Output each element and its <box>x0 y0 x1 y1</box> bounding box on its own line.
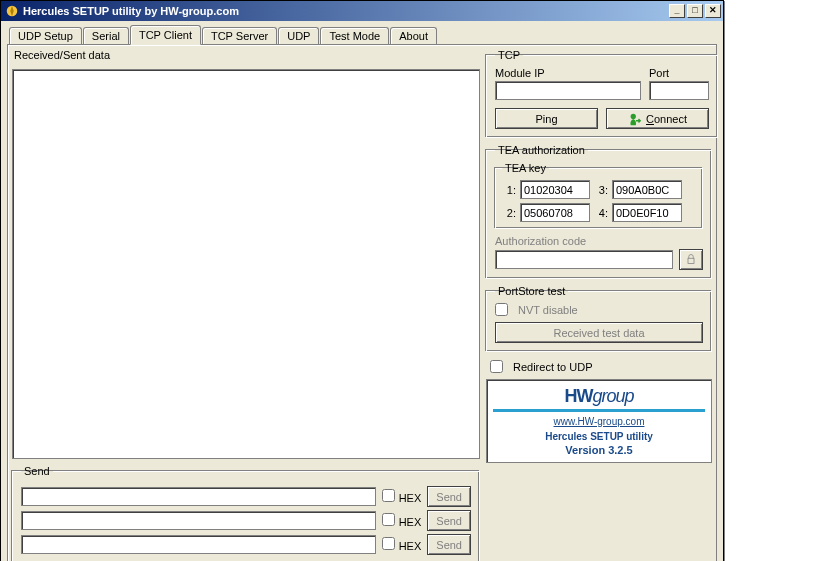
window-title: Hercules SETUP utility by HW-group.com <box>23 5 667 17</box>
logo-version: Version 3.2.5 <box>493 444 705 456</box>
tcp-legend: TCP <box>495 49 523 61</box>
logo-subtitle: Hercules SETUP utility <box>493 431 705 442</box>
tab-tcp-server[interactable]: TCP Server <box>202 27 277 44</box>
tea-key-legend: TEA key <box>502 162 549 174</box>
send-hex-1[interactable] <box>382 489 395 502</box>
send-input-1[interactable] <box>21 487 376 506</box>
send-input-3[interactable] <box>21 535 376 554</box>
ping-button[interactable]: Ping <box>495 108 598 129</box>
tea-k3-input[interactable] <box>612 180 682 199</box>
tcp-group: TCP Module IP Port Pi <box>486 49 718 138</box>
tab-serial[interactable]: Serial <box>83 27 129 44</box>
titlebar: Hercules SETUP utility by HW-group.com _… <box>1 1 723 21</box>
tea-k2-label: 2: <box>502 207 516 219</box>
tab-test-mode[interactable]: Test Mode <box>320 27 389 44</box>
redirect-label: Redirect to UDP <box>513 361 592 373</box>
close-button[interactable]: ✕ <box>705 4 721 18</box>
tab-udp[interactable]: UDP <box>278 27 319 44</box>
tea-key-group: TEA key 1: 3: 2: 4: <box>495 162 703 229</box>
tab-udp-setup[interactable]: UDP Setup <box>9 27 82 44</box>
received-sent-textarea[interactable] <box>12 69 480 459</box>
redirect-row[interactable]: Redirect to UDP <box>490 360 712 373</box>
tea-k3-label: 3: <box>594 184 608 196</box>
authcode-lock-button[interactable] <box>679 249 703 270</box>
authcode-input[interactable] <box>495 250 673 269</box>
send-legend: Send <box>21 465 53 477</box>
minimize-button[interactable]: _ <box>669 4 685 18</box>
logo-brand: HWgroup <box>493 386 705 407</box>
send-input-2[interactable] <box>21 511 376 530</box>
tab-panel: Received/Sent data Send HEX Send HEX Sen <box>7 44 717 561</box>
redirect-checkbox[interactable] <box>490 360 503 373</box>
received-label: Received/Sent data <box>14 49 480 61</box>
lock-icon <box>685 253 697 265</box>
tea-group: TEA authorization TEA key 1: 3: 2: 4: <box>486 144 712 279</box>
received-test-data-button[interactable]: Received test data <box>495 322 703 343</box>
send-button-3[interactable]: Send <box>427 534 471 555</box>
connect-button[interactable]: Connect <box>606 108 709 129</box>
maximize-button[interactable]: □ <box>687 4 703 18</box>
send-button-2[interactable]: Send <box>427 510 471 531</box>
send-hex-2[interactable] <box>382 513 395 526</box>
authcode-label: Authorization code <box>495 235 586 247</box>
logo-bar <box>493 409 705 412</box>
port-input[interactable] <box>649 81 709 100</box>
tea-k4-input[interactable] <box>612 203 682 222</box>
tea-k1-input[interactable] <box>520 180 590 199</box>
app-icon <box>5 4 19 18</box>
svg-point-1 <box>631 113 636 118</box>
module-ip-label: Module IP <box>495 67 641 79</box>
portstore-legend: PortStore test <box>495 285 568 297</box>
portstore-group: PortStore test NVT disable Received test… <box>486 285 712 352</box>
svg-rect-2 <box>688 258 694 263</box>
tea-k4-label: 4: <box>594 207 608 219</box>
tea-k2-input[interactable] <box>520 203 590 222</box>
send-hex-3[interactable] <box>382 537 395 550</box>
module-ip-input[interactable] <box>495 81 641 100</box>
logo-box: HWgroup www.HW-group.com Hercules SETUP … <box>486 379 712 463</box>
tea-legend: TEA authorization <box>495 144 588 156</box>
send-button-1[interactable]: Send <box>427 486 471 507</box>
port-label: Port <box>649 67 709 79</box>
tab-strip: UDP Setup Serial TCP Client TCP Server U… <box>7 25 717 44</box>
tab-about[interactable]: About <box>390 27 437 44</box>
connect-icon <box>628 112 642 126</box>
nvt-disable-row[interactable]: NVT disable <box>495 303 703 316</box>
tea-k1-label: 1: <box>502 184 516 196</box>
nvt-disable-label: NVT disable <box>518 304 578 316</box>
logo-url[interactable]: www.HW-group.com <box>493 416 705 427</box>
tab-tcp-client[interactable]: TCP Client <box>130 25 201 45</box>
send-group: Send HEX Send HEX Send <box>12 465 480 561</box>
app-window: Hercules SETUP utility by HW-group.com _… <box>0 0 724 561</box>
nvt-disable-checkbox[interactable] <box>495 303 508 316</box>
